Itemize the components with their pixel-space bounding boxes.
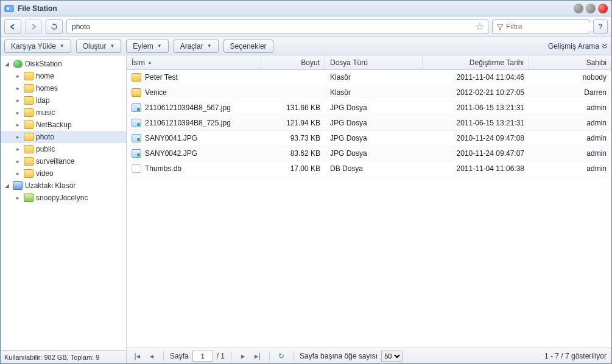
create-button[interactable]: Oluştur▼ [76, 40, 122, 53]
tree-root-remote[interactable]: ◢ Uzaktaki Klasör [1, 180, 126, 192]
col-owner[interactable]: Sahibi [529, 55, 611, 69]
folder-icon [24, 96, 33, 105]
table-row[interactable]: Peter TestKlasör2011-11-04 11:04:46nobod… [127, 70, 611, 85]
expand-icon[interactable]: ▸ [14, 170, 21, 177]
file-owner: admin [529, 134, 611, 142]
table-row[interactable]: SANY0042.JPG83.62 KBJPG Dosya2010-11-24 … [127, 146, 611, 161]
page-input[interactable] [192, 351, 213, 362]
expand-icon[interactable]: ▸ [14, 110, 21, 116]
minimize-button[interactable] [574, 4, 583, 13]
collapse-icon[interactable]: ◢ [3, 61, 10, 67]
tools-button[interactable]: Araçlar▼ [174, 40, 219, 53]
tree-item-video[interactable]: ▸video [1, 167, 126, 180]
file-owner: admin [529, 103, 611, 112]
table-row[interactable]: 211061210394B8_567.jpg131.66 KBJPG Dosya… [127, 100, 611, 116]
first-page-button[interactable]: |◂ [132, 351, 142, 362]
folder-icon [24, 169, 33, 178]
tree-item-photo[interactable]: ▸photo [1, 131, 126, 143]
tree-item-ldap[interactable]: ▸ldap [1, 94, 126, 107]
upload-button[interactable]: Karşıya Yükle▼ [4, 40, 71, 53]
toolbar: Karşıya Yükle▼ Oluştur▼ Eylem▼ Araçlar▼ … [1, 37, 611, 55]
tree-label: homes [36, 84, 58, 93]
table-row[interactable]: SANY0041.JPG93.73 KBJPG Dosya2010-11-24 … [127, 131, 611, 146]
folder-icon [132, 73, 141, 82]
expand-icon[interactable]: ▸ [14, 146, 21, 152]
pager: |◂ ◂ Sayfa / 1 ▸ ▸| ↻ Sayfa başına öğe s… [127, 348, 611, 363]
tree-label: photo [36, 133, 54, 141]
folder-tree: ◢ DiskStation ▸home▸homes▸ldap▸music▸Net… [1, 55, 126, 350]
file-date: 2010-11-24 09:47:08 [423, 134, 529, 142]
favorite-icon[interactable] [476, 23, 484, 31]
tree-item-surveillance[interactable]: ▸surveillance [1, 155, 126, 167]
file-owner: admin [529, 119, 611, 127]
file-owner: admin [529, 149, 611, 158]
tree-item-NetBackup[interactable]: ▸NetBackup [1, 119, 126, 131]
refresh-page-button[interactable]: ↻ [276, 351, 287, 362]
file-name: SANY0041.JPG [145, 134, 197, 142]
refresh-button[interactable] [46, 19, 63, 34]
image-file-icon [132, 119, 141, 127]
action-button[interactable]: Eylem▼ [126, 40, 168, 53]
navbar: ? [1, 16, 611, 37]
page-total: / 1 [217, 352, 225, 360]
close-button[interactable] [598, 4, 608, 13]
tree-label: snoopyJocelync [36, 194, 88, 202]
folder-icon [24, 133, 33, 141]
expand-icon[interactable]: ▸ [14, 195, 21, 201]
tree-item-homes[interactable]: ▸homes [1, 82, 126, 94]
next-page-button[interactable]: ▸ [237, 351, 248, 362]
computer-icon [13, 181, 23, 190]
file-name: Thumbs.db [145, 164, 181, 173]
folder-icon [24, 121, 33, 129]
path-input[interactable] [72, 20, 473, 33]
filter-input[interactable] [506, 23, 597, 31]
col-name[interactable]: İsim▲ [127, 55, 261, 69]
tree-label: NetBackup [36, 121, 72, 129]
folder-icon [24, 108, 33, 117]
help-button[interactable]: ? [593, 19, 608, 34]
per-page-select[interactable]: 50 [381, 351, 403, 362]
expand-icon[interactable]: ▸ [14, 158, 21, 164]
forward-button[interactable] [25, 19, 42, 34]
body: ◢ DiskStation ▸home▸homes▸ldap▸music▸Net… [1, 55, 611, 363]
tree-item-music[interactable]: ▸music [1, 107, 126, 119]
prev-page-button[interactable]: ◂ [146, 351, 157, 362]
back-button[interactable] [4, 19, 21, 34]
advanced-search-link[interactable]: Gelişmiş Arama [548, 42, 608, 51]
file-type: JPG Dosya [325, 119, 423, 127]
per-page-label: Sayfa başına öğe sayısı [300, 352, 378, 360]
expand-icon[interactable]: ▸ [14, 73, 21, 79]
file-station-window: File Station ? Karşıy [0, 0, 612, 364]
table-row[interactable]: VeniceKlasör2012-02-21 10:27:05Darren [127, 85, 611, 100]
col-size[interactable]: Boyut [261, 55, 325, 69]
table-row[interactable]: Thumbs.db17.00 KBDB Dosya2011-11-04 11:0… [127, 161, 611, 177]
file-type: JPG Dosya [325, 134, 423, 142]
tree-item-home[interactable]: ▸home [1, 70, 126, 82]
chevron-down-icon: ▼ [60, 43, 65, 49]
file-size: 83.62 KB [261, 149, 325, 158]
grid-body: Peter TestKlasör2011-11-04 11:04:46nobod… [127, 70, 611, 348]
sidebar: ◢ DiskStation ▸home▸homes▸ldap▸music▸Net… [1, 55, 127, 363]
tree-item-public[interactable]: ▸public [1, 143, 126, 155]
expand-icon[interactable]: ▸ [14, 122, 21, 128]
expand-icon[interactable]: ▸ [14, 97, 21, 103]
file-name: 211061210394B8_567.jpg [145, 103, 231, 112]
maximize-button[interactable] [586, 4, 596, 13]
tree-root-diskstation[interactable]: ◢ DiskStation [1, 58, 126, 70]
collapse-icon[interactable]: ◢ [3, 183, 10, 189]
file-owner: nobody [529, 73, 611, 82]
options-button[interactable]: Seçenekler [223, 40, 273, 53]
tree-label: music [36, 108, 55, 117]
tree-label: video [36, 169, 54, 178]
tree-item-snoopyJocelync[interactable]: ▸snoopyJocelync [1, 192, 126, 204]
last-page-button[interactable]: ▸| [252, 351, 263, 362]
table-row[interactable]: 211061210394B8_725.jpg121.94 KBJPG Dosya… [127, 116, 611, 131]
col-modified[interactable]: Değiştirme Tarihi [423, 55, 529, 69]
expand-icon[interactable]: ▸ [14, 85, 21, 91]
tree-label: ldap [36, 96, 50, 105]
file-size: 121.94 KB [261, 119, 325, 127]
filter-field-wrapper [492, 19, 589, 34]
chevron-down-icon: ▼ [157, 43, 162, 49]
expand-icon[interactable]: ▸ [14, 134, 21, 140]
col-type[interactable]: Dosya Türü [325, 55, 423, 69]
